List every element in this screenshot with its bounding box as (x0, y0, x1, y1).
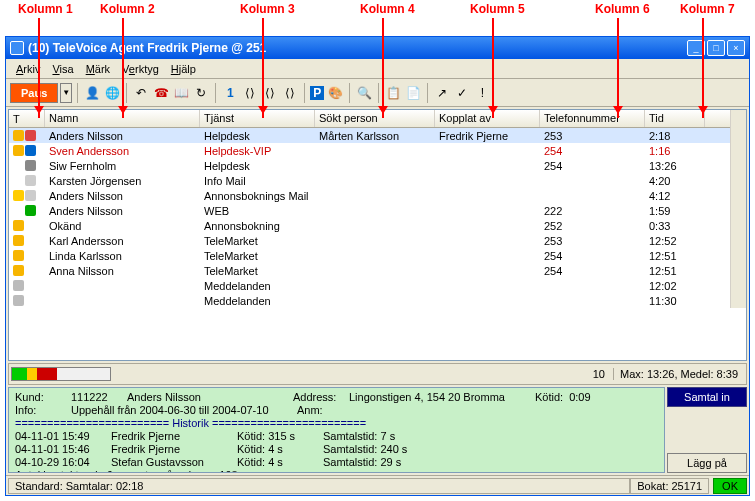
vertical-scrollbar[interactable] (730, 110, 746, 308)
info-panel: Kund: 111222 Anders Nilsson Address: Lin… (8, 387, 747, 473)
bracket1-icon[interactable]: ⟨⟩ (241, 84, 259, 102)
copy-icon[interactable]: 📋 (384, 84, 402, 102)
table-row[interactable]: Meddelanden12:02 (9, 278, 730, 293)
cell-tel: 254 (540, 265, 645, 277)
menu-mark[interactable]: Märk (80, 61, 116, 77)
refresh-icon[interactable]: ↻ (192, 84, 210, 102)
minimize-button[interactable]: _ (687, 40, 705, 56)
undo-icon[interactable]: ↶ (132, 84, 150, 102)
stat-line: 10 Max: 13:26, Medel: 8:39 (8, 363, 747, 385)
annot-5: Kolumn 5 (470, 2, 525, 16)
kotid-label: Kötid: (535, 391, 563, 404)
col-tjanst[interactable]: Tjänst (200, 110, 315, 127)
cell-tjanst: Annonsbokning (200, 220, 315, 232)
cell-namn: Linda Karlsson (45, 250, 200, 262)
table-row[interactable]: Anna NilssonTeleMarket25412:51 (9, 263, 730, 278)
pause-button[interactable]: Paus (10, 83, 58, 103)
info-label: Info: (15, 404, 65, 417)
history-row: 04-11-01 15:49Fredrik PjerneKötid: 315 s… (15, 430, 658, 443)
historik-header: ======================== Historik ======… (15, 417, 658, 430)
cell-tid: 4:20 (645, 175, 705, 187)
list-header: T Namn Tjänst Sökt person Kopplat av Tel… (9, 110, 730, 128)
cell-tid: 13:26 (645, 160, 705, 172)
col-namn[interactable]: Namn (45, 110, 200, 127)
table-row[interactable]: Anders NilssonHelpdeskMårten KarlssonFre… (9, 128, 730, 143)
cell-tjanst: Info Mail (200, 175, 315, 187)
cell-namn: Karsten Jörgensen (45, 175, 200, 187)
table-row[interactable]: Siw FernholmHelpdesk25413:26 (9, 158, 730, 173)
table-row[interactable]: Anders NilssonAnnonsboknings Mail4:12 (9, 188, 730, 203)
kund-label: Kund: (15, 391, 65, 404)
table-row[interactable]: Linda KarlssonTeleMarket25412:51 (9, 248, 730, 263)
agent-icon[interactable]: 👤 (83, 84, 101, 102)
col-kopplat[interactable]: Kopplat av (435, 110, 540, 127)
cell-tid: 0:33 (645, 220, 705, 232)
menu-verktyg[interactable]: Verktyg (116, 61, 165, 77)
palette-icon[interactable]: 🎨 (326, 84, 344, 102)
table-row[interactable]: Anders NilssonWEB2221:59 (9, 203, 730, 218)
table-row[interactable]: Karsten JörgensenInfo Mail4:20 (9, 173, 730, 188)
cell-kopplat: Fredrik Pjerne (435, 130, 540, 142)
table-row[interactable]: OkändAnnonsbokning2520:33 (9, 218, 730, 233)
cell-tjanst: Meddelanden (200, 280, 315, 292)
load-bar (11, 367, 111, 381)
close-button[interactable]: × (727, 40, 745, 56)
menu-arkiv[interactable]: Arkiv (10, 61, 46, 77)
bracket2-icon[interactable]: ⟨⟩ (261, 84, 279, 102)
annot-3: Kolumn 3 (240, 2, 295, 16)
paste-icon[interactable]: 📄 (404, 84, 422, 102)
app-window: (10) TeleVoice Agent Fredrik Pjerne @ 25… (5, 36, 750, 496)
table-row[interactable]: Karl AnderssonTeleMarket25312:52 (9, 233, 730, 248)
window-title: (10) TeleVoice Agent Fredrik Pjerne @ 25… (28, 41, 687, 55)
cell-tjanst: Meddelanden (200, 295, 315, 307)
col-sokt[interactable]: Sökt person (315, 110, 435, 127)
ok-button[interactable]: OK (713, 478, 747, 494)
pause-dropdown[interactable]: ▼ (60, 83, 72, 103)
menu-visa[interactable]: Visa (46, 61, 79, 77)
table-row[interactable]: Meddelanden11:30 (9, 293, 730, 308)
col-tel[interactable]: Telefonnummer (540, 110, 645, 127)
samtal-in-button[interactable]: Samtal in (667, 387, 747, 407)
annot-7: Kolumn 7 (680, 2, 735, 16)
info-text: Kund: 111222 Anders Nilsson Address: Lin… (8, 387, 665, 473)
cell-namn: Anders Nilsson (45, 205, 200, 217)
app-icon (10, 41, 24, 55)
cell-tel: 253 (540, 235, 645, 247)
cell-tid: 11:30 (645, 295, 705, 307)
col-tid[interactable]: Tid (645, 110, 705, 127)
list-body[interactable]: Anders NilssonHelpdeskMårten KarlssonFre… (9, 128, 730, 308)
annot-2: Kolumn 2 (100, 2, 155, 16)
menubar: Arkiv Visa Märk Verktyg Hjälp (6, 59, 749, 79)
table-row[interactable]: Sven AnderssonHelpdesk-VIP2541:16 (9, 143, 730, 158)
bracket3-icon[interactable]: ⟨⟩ (281, 84, 299, 102)
check-icon[interactable]: ✓ (453, 84, 471, 102)
export-icon[interactable]: ↗ (433, 84, 451, 102)
addr-label: Address: (293, 391, 343, 404)
cell-tid: 1:16 (645, 145, 705, 157)
lagg-pa-button[interactable]: Lägg på (667, 453, 747, 473)
titlebar[interactable]: (10) TeleVoice Agent Fredrik Pjerne @ 25… (6, 37, 749, 59)
sb-standard: Standard: Samtalar: 02:18 (8, 478, 630, 494)
cell-tjanst: Helpdesk (200, 130, 315, 142)
menu-hjalp[interactable]: Hjälp (165, 61, 202, 77)
history-row: 04-10-29 16:04Stefan GustavssonKötid: 4 … (15, 456, 658, 469)
hangup-icon[interactable]: ☎ (152, 84, 170, 102)
maximize-button[interactable]: □ (707, 40, 725, 56)
cell-tid: 2:18 (645, 130, 705, 142)
max-medel: Max: 13:26, Medel: 8:39 (613, 368, 744, 380)
search-icon[interactable]: 🔍 (355, 84, 373, 102)
alert-icon[interactable]: ! (473, 84, 491, 102)
cell-tjanst: Helpdesk-VIP (200, 145, 315, 157)
globe-icon[interactable]: 🌐 (103, 84, 121, 102)
i1-icon[interactable]: 1 (221, 84, 239, 102)
kotid-value: 0:09 (569, 391, 590, 404)
cell-namn: Anders Nilsson (45, 190, 200, 202)
book-icon[interactable]: 📖 (172, 84, 190, 102)
sb-bokat: Bokat: 25171 (630, 478, 709, 494)
cell-tjanst: TeleMarket (200, 250, 315, 262)
col-t[interactable]: T (9, 110, 45, 127)
cell-namn: Sven Andersson (45, 145, 200, 157)
history-row: 04-11-01 15:46Fredrik PjerneKötid: 4 sSa… (15, 443, 658, 456)
park-icon[interactable]: P (310, 86, 324, 100)
addr-value: Lingonstigen 4, 154 20 Bromma (349, 391, 529, 404)
